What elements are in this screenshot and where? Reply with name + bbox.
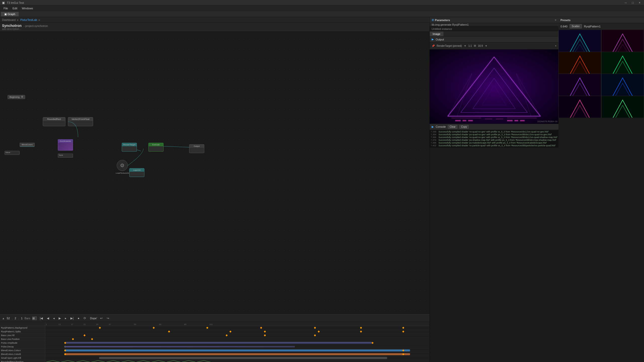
timeline-grid-icon[interactable]: ⊞	[32, 316, 37, 320]
breadcrumb-sep1: ►	[17, 18, 19, 21]
track-content-ryoji-splits[interactable]	[45, 330, 429, 333]
output-ratio2[interactable]: 16:9	[478, 44, 483, 47]
timeline-tracks: RyojiPattern1.Background RyojiPattern1.S…	[0, 326, 429, 362]
breadcrumb-pixtur[interactable]: PixturTestLab	[20, 18, 37, 21]
params-tab-image[interactable]: Image	[430, 32, 444, 36]
transport-play[interactable]: ▶	[58, 316, 62, 321]
presets-grid	[558, 30, 644, 118]
transport-loop[interactable]: ⟳	[83, 316, 87, 321]
output-pin-icon: 📌	[432, 44, 435, 47]
preset-svg-7	[559, 96, 601, 118]
node-loadtexture-label: LoadTexture2d	[116, 172, 129, 174]
node-execute[interactable]: Execute	[148, 143, 164, 152]
transport-beginning[interactable]: |◀	[39, 316, 44, 321]
output-ratio2-dropdown[interactable]: ▼	[485, 44, 488, 47]
console-clear-button[interactable]: Clear	[448, 125, 457, 129]
console-panel: ▶ Console Clear Copy 7.348 Successfully …	[430, 124, 558, 148]
console-time-4: 7.379	[431, 139, 436, 141]
console-time-5: 7.396	[431, 142, 436, 144]
preset-svg-8	[601, 96, 644, 118]
output-controls: 📌 RenderTarget (pinned) ▼ 1:1 M 16:9 ▼ ×	[430, 42, 558, 50]
track-row-smallspot-fill: Small Spot Light.Fill	[0, 356, 429, 360]
menu-file[interactable]: File	[2, 6, 10, 10]
output-ratio1[interactable]: 1:1	[468, 44, 472, 47]
project-header: Synchotron - project.synchotron add desc…	[0, 23, 429, 32]
node-kochkaleido[interactable]: KochKaleido	[58, 139, 73, 151]
track-label-pulse-amp: Pulse.Amplitude	[0, 341, 45, 345]
timeline-sep1: .	[12, 317, 13, 320]
transport-back-step[interactable]: ◂	[52, 316, 56, 321]
node-roundedrect[interactable]: RoundedRect	[43, 117, 65, 126]
transport-back[interactable]: ◀	[46, 316, 50, 321]
output-mode[interactable]: M	[474, 44, 476, 47]
timeline-mode[interactable]: Bars	[25, 317, 30, 320]
console-copy-button[interactable]: Copy	[459, 125, 469, 129]
svg-rect-24	[468, 120, 473, 121]
output-header: ▶ Output	[430, 36, 558, 42]
console-text-2: Successfully compiled shader 'ps-quad-no…	[438, 133, 552, 136]
presets-header: Presets	[558, 17, 644, 23]
transport-record[interactable]: ●	[76, 316, 80, 321]
svg-text:53: 53	[134, 323, 136, 326]
connections-svg	[0, 32, 429, 314]
preset-name: RyojiPattern1	[584, 25, 600, 28]
params-close-button[interactable]: ×	[555, 18, 556, 22]
svg-text:1: 1	[46, 323, 47, 326]
node-output[interactable]: Output	[189, 144, 204, 153]
transport-forward-step[interactable]: ▸	[64, 316, 67, 321]
timeline-area: ▲ 52 . 2 . 1 Bars ⊞ |◀ ◀ ◂ ▶ ▸ ▶| ● ⟳ Do…	[0, 314, 429, 362]
svg-rect-48	[559, 96, 601, 118]
scatter-button[interactable]: Scatter	[570, 24, 582, 28]
preset-thumb-7[interactable]	[558, 96, 601, 118]
track-content-pulse-amp[interactable]	[45, 341, 429, 345]
track-content-ryoji-bg[interactable]	[45, 326, 429, 330]
track-content-blend-a[interactable]	[45, 349, 429, 352]
track-content-blend-b[interactable]	[45, 352, 429, 356]
output-close-btn[interactable]: ×	[555, 44, 556, 47]
svg-rect-27	[520, 120, 525, 121]
node-kk-label: KochKaleido	[58, 140, 73, 143]
maximize-button[interactable]: □	[630, 1, 635, 5]
graph-area[interactable]: Beginning RoundedRect Vector2FromFloat	[0, 32, 429, 314]
track-row-bassline-fill: Bass Line.Fill	[0, 334, 429, 337]
track-content-rounded-pos[interactable]	[45, 360, 429, 362]
track-row-pulse-amp: Pulse.Amplitude	[0, 341, 429, 345]
transport-redo[interactable]: ↪	[106, 316, 110, 321]
node-toint[interactable]: ToInt	[58, 154, 73, 158]
node-loadtexture-icon[interactable]: ⚙	[117, 160, 128, 171]
console-title: Console	[436, 125, 446, 128]
timeline-dope[interactable]: Dope'	[90, 317, 97, 320]
node-rendertarget1[interactable]: RenderTarget	[122, 143, 137, 152]
output-dropdown-icon[interactable]: ▼	[464, 44, 466, 47]
track-content-smallspot-fill[interactable]	[45, 356, 429, 360]
viz-container: 1024x576 RGBA-16	[430, 50, 558, 124]
close-button[interactable]: ×	[637, 1, 642, 5]
track-row-pulse-decay: Pulse.Decay	[0, 345, 429, 349]
output-resolution: 1024x576 RGBA-16	[537, 120, 557, 123]
menu-edit[interactable]: Edit	[11, 6, 19, 10]
minimize-button[interactable]: ─	[623, 1, 628, 5]
node-value[interactable]: Value	[5, 151, 20, 155]
presets-controls: 0.640 Scatter RyojiPattern1	[558, 23, 644, 30]
console-line-5: 7.396 Successfully compiled shader 'ps-K…	[431, 142, 557, 144]
params-title: Parameters	[435, 19, 450, 22]
track-row-ryoji-bg: RyojiPattern1.Background	[0, 326, 429, 330]
node-layer2d[interactable]: Layer2d	[129, 168, 144, 177]
console-content: 7.348 Successfully compiled shader 'vs-q…	[430, 130, 558, 148]
node-vector2fromfloat[interactable]: Vector2FromFloat	[68, 117, 93, 126]
track-content-pulse-decay[interactable]	[45, 345, 429, 348]
output-render-target[interactable]: RenderTarget (pinned)	[437, 44, 462, 47]
track-content-bassline-pos[interactable]	[45, 337, 429, 341]
transport-undo[interactable]: ↩	[99, 316, 104, 321]
node-beginning[interactable]: Beginning	[8, 95, 25, 99]
tab-graph[interactable]: ▣ Graph	[1, 12, 19, 16]
preset-thumb-8[interactable]	[601, 96, 644, 118]
menu-windows[interactable]: Windows	[20, 6, 35, 10]
track-content-bassline-fill[interactable]	[45, 334, 429, 337]
breadcrumb: Dashboard ► PixturTestLab ►	[0, 17, 429, 23]
timeline-expand-icon: ▲	[2, 317, 5, 320]
menubar: File Edit Windows	[0, 6, 644, 11]
node-blendcolors[interactable]: BlendColors	[20, 143, 35, 147]
transport-end[interactable]: ▶|	[69, 316, 74, 321]
breadcrumb-dashboard[interactable]: Dashboard	[2, 18, 16, 21]
